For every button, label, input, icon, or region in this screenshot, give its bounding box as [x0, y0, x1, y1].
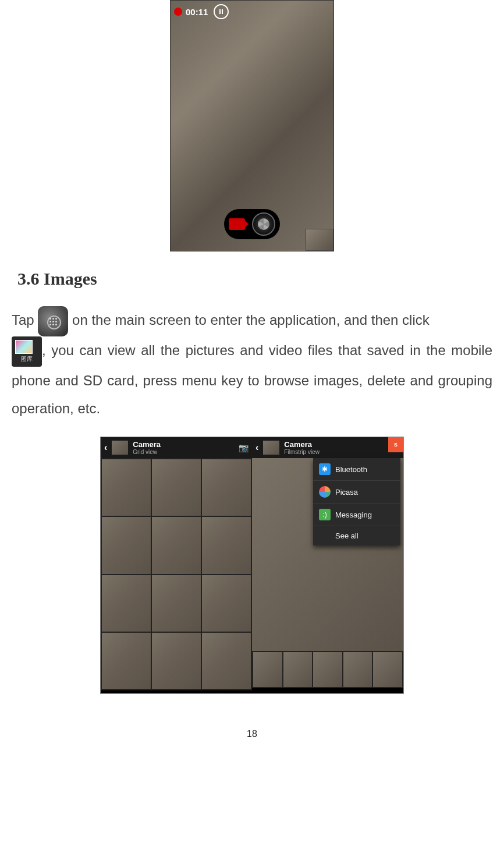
pause-button[interactable] [214, 4, 229, 19]
photo-thumbnail[interactable] [102, 459, 151, 516]
header-icons: < S [395, 443, 400, 452]
shutter-button[interactable] [252, 212, 275, 236]
filmstrip-thumbnail[interactable] [343, 652, 372, 687]
photo-thumbnail[interactable] [152, 517, 201, 573]
filmstrip-thumbnail[interactable] [283, 652, 313, 687]
video-recording-status: 00:11 [174, 4, 229, 19]
section-number: 3.6 [17, 269, 40, 288]
gallery-screenshots: ‹ Camera Grid view 📷 [100, 437, 404, 694]
preview-thumbnail[interactable] [306, 229, 333, 251]
gallery-header: ‹ Camera Grid view 📷 [101, 437, 252, 458]
gallery-header: ‹ Camera Filmstrip view < S [252, 437, 403, 458]
photo-thumbnail[interactable] [102, 633, 151, 689]
camera-icon[interactable]: 📷 [239, 443, 249, 452]
record-dot-icon [174, 8, 182, 16]
back-icon[interactable]: ‹ [104, 442, 107, 453]
messaging-icon: :) [319, 509, 331, 520]
video-recording-screenshot: 00:11 [170, 0, 334, 251]
photo-thumbnail[interactable] [202, 459, 251, 516]
picasa-icon [319, 486, 331, 498]
video-controls [224, 209, 280, 239]
photo-thumbnail[interactable] [152, 575, 201, 632]
photo-thumbnail[interactable] [202, 517, 251, 573]
page-content: 00:11 3.6 Images Tap on the main screen … [0, 0, 504, 763]
photo-thumbnail[interactable] [202, 575, 251, 632]
header-thumbnail [263, 441, 279, 455]
share-item-messaging[interactable]: :) Messaging [313, 504, 400, 526]
recording-time: 00:11 [186, 7, 208, 17]
share-item-bluetooth[interactable]: ✱ Bluetooth [313, 458, 400, 481]
gallery-filmstrip-screenshot: ‹ Camera Filmstrip view < S ✱ Bluetooth [252, 437, 403, 693]
app-badge[interactable]: S [388, 437, 403, 452]
back-icon[interactable]: ‹ [255, 442, 258, 453]
gallery-grid-screenshot: ‹ Camera Grid view 📷 [101, 437, 252, 693]
share-menu: ✱ Bluetooth Picasa :) Messaging See all [313, 458, 400, 545]
gallery-subtitle: Grid view [133, 449, 234, 455]
photo-grid [101, 458, 252, 690]
photo-thumbnail[interactable] [152, 459, 201, 516]
share-item-label: See all [335, 531, 359, 540]
section-title: Images [44, 269, 97, 288]
filmstrip-thumbnails [252, 651, 403, 688]
share-item-see-all[interactable]: See all [313, 526, 400, 545]
header-text-group: Camera Filmstrip view [284, 440, 390, 455]
share-item-picasa[interactable]: Picasa [313, 481, 400, 504]
text-segment: on the main screen to enter the applicat… [68, 312, 429, 328]
filmstrip-thumbnail[interactable] [253, 652, 282, 687]
gallery-title: Camera [284, 440, 390, 449]
share-item-label: Bluetooth [335, 465, 367, 474]
share-item-label: Messaging [335, 511, 372, 519]
video-mode-icon[interactable] [229, 218, 245, 230]
page-number: 18 [12, 729, 492, 739]
filmstrip-thumbnail[interactable] [373, 652, 402, 687]
gallery-subtitle: Filmstrip view [284, 449, 390, 455]
share-item-label: Picasa [335, 488, 358, 497]
bluetooth-icon: ✱ [319, 463, 331, 475]
gallery-app-icon [12, 336, 42, 367]
filmstrip-thumbnail[interactable] [313, 652, 342, 687]
photo-thumbnail[interactable] [102, 517, 151, 573]
section-heading: 3.6 Images [17, 269, 492, 289]
text-segment: Tap [12, 312, 38, 328]
text-segment: , you can view all the pictures and vide… [12, 342, 492, 416]
photo-thumbnail[interactable] [202, 633, 251, 689]
apps-icon [38, 306, 68, 336]
pause-icon [219, 9, 223, 14]
header-text-group: Camera Grid view [133, 440, 234, 455]
header-icons: 📷 [239, 443, 249, 452]
body-paragraph: Tap on the main screen to enter the appl… [12, 306, 492, 423]
photo-thumbnail[interactable] [152, 633, 201, 689]
photo-thumbnail[interactable] [102, 575, 151, 632]
header-thumbnail [112, 441, 128, 455]
gallery-title: Camera [133, 440, 234, 449]
